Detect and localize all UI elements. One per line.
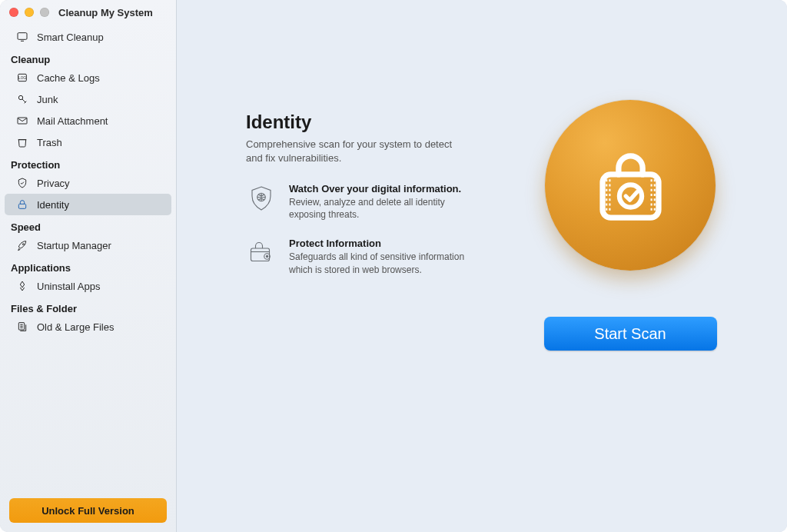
- svg-rect-4: [18, 118, 27, 124]
- feature-title: Watch Over your digital information.: [289, 183, 469, 195]
- sidebar-item-label: Identity: [37, 199, 69, 211]
- svg-rect-0: [18, 33, 27, 40]
- sidebar-item-privacy[interactable]: Privacy: [5, 172, 171, 194]
- page-title: Identity: [246, 111, 469, 133]
- window-close-button[interactable]: [9, 8, 18, 17]
- feature-desc: Safeguards all kind of sensitive informa…: [289, 251, 469, 275]
- sidebar-item-uninstall-apps[interactable]: Uninstall Apps: [5, 275, 171, 297]
- svg-point-11: [266, 256, 267, 258]
- sidebar-item-label: Junk: [37, 94, 58, 105]
- nav: Smart Cleanup Cleanup LOG Cache & Logs J…: [0, 25, 176, 489]
- svg-point-6: [22, 244, 24, 245]
- feature-desc: Review, analyze and delete all identity …: [289, 196, 469, 221]
- log-icon: LOG: [15, 71, 29, 85]
- window-zoom-button[interactable]: [40, 8, 49, 17]
- feature-watch: Watch Over your digital information. Rev…: [246, 183, 469, 221]
- sidebar-item-label: Trash: [37, 137, 62, 148]
- sidebar-item-identity[interactable]: Identity: [5, 194, 171, 215]
- unlock-wrap: Unlock Full Version: [0, 489, 176, 532]
- section-header-protection: Protection: [0, 153, 176, 172]
- feature-protect: Protect Information Safeguards all kind …: [246, 238, 469, 275]
- sidebar-item-label: Mail Attachment: [37, 115, 108, 127]
- feature-title: Protect Information: [289, 238, 469, 249]
- unlock-full-version-button[interactable]: Unlock Full Version: [9, 498, 167, 523]
- sidebar-item-cache-logs[interactable]: LOG Cache & Logs: [5, 67, 171, 88]
- shield-globe-icon: [246, 183, 277, 214]
- start-scan-button[interactable]: Start Scan: [544, 317, 717, 351]
- files-icon: [15, 320, 29, 334]
- svg-point-3: [18, 95, 22, 99]
- lock-icon: [15, 198, 29, 211]
- sidebar-item-label: Uninstall Apps: [37, 281, 100, 292]
- sidebar-item-junk[interactable]: Junk: [5, 88, 171, 110]
- app-window: Cleanup My System Smart Cleanup Cleanup …: [0, 0, 787, 532]
- mail-icon: [15, 114, 29, 128]
- sidebar-item-smart-cleanup[interactable]: Smart Cleanup: [5, 26, 171, 48]
- svg-point-13: [619, 185, 641, 207]
- broom-icon: [15, 92, 29, 106]
- monitor-icon: [15, 30, 29, 44]
- section-header-speed: Speed: [0, 215, 176, 234]
- main-right: Start Scan: [500, 0, 761, 532]
- svg-rect-5: [18, 204, 25, 208]
- sidebar-item-old-large-files[interactable]: Old & Large Files: [5, 316, 171, 337]
- rocket-icon: [15, 238, 29, 252]
- identity-hero-icon: [545, 100, 716, 271]
- titlebar: Cleanup My System: [0, 0, 176, 25]
- sidebar-item-trash[interactable]: Trash: [5, 131, 171, 153]
- sidebar-item-label: Smart Cleanup: [37, 32, 104, 43]
- section-header-applications: Applications: [0, 256, 176, 275]
- main-content: Identity Comprehensive scan for your sys…: [177, 0, 787, 532]
- sidebar: Cleanup My System Smart Cleanup Cleanup …: [0, 0, 177, 532]
- svg-rect-12: [603, 174, 659, 217]
- svg-text:LOG: LOG: [18, 76, 26, 80]
- app-icon: [15, 279, 29, 293]
- trash-icon: [15, 135, 29, 149]
- app-title: Cleanup My System: [58, 7, 153, 18]
- shield-icon: [15, 176, 29, 190]
- sidebar-item-label: Old & Large Files: [37, 321, 114, 333]
- section-header-files-folder: Files & Folder: [0, 297, 176, 316]
- sidebar-item-mail-attachment[interactable]: Mail Attachment: [5, 110, 171, 131]
- section-header-cleanup: Cleanup: [0, 48, 176, 67]
- window-minimize-button[interactable]: [25, 8, 34, 17]
- sidebar-item-label: Startup Manager: [37, 240, 111, 251]
- sidebar-item-startup-manager[interactable]: Startup Manager: [5, 234, 171, 256]
- page-subtitle: Comprehensive scan for your system to de…: [246, 138, 469, 165]
- main-left: Identity Comprehensive scan for your sys…: [177, 0, 500, 532]
- wallet-eye-icon: [246, 238, 277, 268]
- sidebar-item-label: Privacy: [37, 178, 70, 189]
- sidebar-item-label: Cache & Logs: [37, 72, 100, 84]
